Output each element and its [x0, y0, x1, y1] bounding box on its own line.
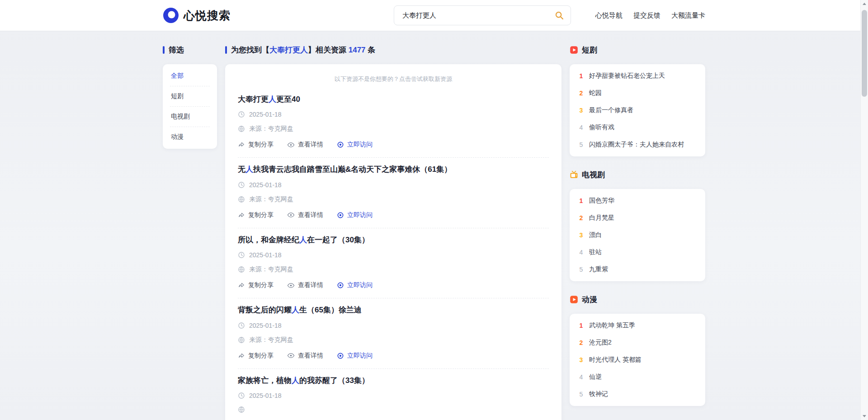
- visit-icon: [337, 212, 344, 219]
- filter-card: 全部 短剧 电视剧 动漫: [163, 64, 217, 149]
- rank-label: 驻站: [589, 248, 602, 256]
- filter-title: 筛选: [169, 45, 184, 55]
- result-source-row: 来源：夸克网盘: [238, 265, 549, 274]
- copy-share-button[interactable]: 复制分享: [238, 352, 274, 360]
- globe-icon: [238, 196, 245, 203]
- result-title[interactable]: 背叛之后的闪耀人生（65集）徐兰迪: [238, 306, 549, 315]
- view-detail-button[interactable]: 查看详情: [287, 281, 323, 289]
- refresh-notice[interactable]: 以下资源不是你想要的？点击尝试获取新资源: [238, 75, 549, 83]
- eye-icon: [287, 352, 295, 359]
- rank-number: 3: [578, 356, 585, 363]
- nav-link-feedback[interactable]: 提交反馈: [633, 11, 660, 20]
- rank-item[interactable]: 2沧元图2: [578, 334, 697, 351]
- result-actions: 复制分享 查看详情 立即访问: [238, 211, 549, 219]
- result-source-row: 来源：夸克网盘: [238, 125, 549, 133]
- rank-number: 5: [578, 141, 585, 148]
- scroll-up-arrow-icon[interactable]: [861, 0, 868, 8]
- rank-title: 短剧: [582, 45, 597, 55]
- rank-number: 1: [578, 197, 585, 204]
- rank-item[interactable]: 2白月梵星: [578, 209, 697, 227]
- rank-card-shortdrama: 1好孕甜妻被钻石老公宠上天 2蛇园 3最后一个修真者 4偷听有戏 5闪婚京圈太子…: [570, 64, 705, 156]
- filter-header: 筛选: [163, 44, 217, 55]
- rank-item[interactable]: 4仙逆: [578, 368, 697, 386]
- rank-label: 仙逆: [589, 373, 602, 381]
- rank-number: 5: [578, 391, 585, 398]
- search-input[interactable]: [401, 11, 552, 20]
- filter-item-all[interactable]: 全部: [170, 66, 210, 86]
- eye-icon: [287, 141, 295, 149]
- visit-icon: [337, 282, 344, 289]
- page-scrollbar[interactable]: [860, 0, 868, 420]
- result-title[interactable]: 无人扶我青云志我自踏雪至山巅&名动天下之家事难休（61集）: [238, 165, 549, 174]
- result-actions: 复制分享 查看详情 立即访问: [238, 352, 549, 360]
- nav-link-navigation[interactable]: 心悦导航: [595, 11, 623, 20]
- globe-icon: [238, 336, 245, 344]
- accent-bar: [225, 46, 227, 54]
- rank-number: 2: [578, 214, 585, 222]
- clock-icon: [238, 181, 245, 189]
- filter-item-shortdrama[interactable]: 短剧: [170, 86, 210, 107]
- search-button[interactable]: [552, 9, 567, 22]
- share-icon: [238, 352, 245, 359]
- rank-label: 九重紫: [589, 265, 608, 274]
- result-title[interactable]: 大奉打更人更至40: [238, 95, 549, 104]
- rank-item[interactable]: 1国色芳华: [578, 192, 697, 209]
- keyword-highlight: 人: [269, 95, 276, 104]
- result-item: 无人扶我青云志我自踏雪至山巅&名动天下之家事难休（61集） 2025-01-18…: [238, 158, 549, 228]
- brand-logo-icon: [163, 7, 179, 24]
- rank-section-anime: 动漫 1武动乾坤 第五季 2沧元图2 3时光代理人 英都篇 4仙逆 5牧神记: [570, 294, 705, 406]
- view-detail-button[interactable]: 查看详情: [287, 141, 323, 149]
- result-date-row: 2025-01-18: [238, 251, 549, 259]
- top-header: 心悦搜索 心悦导航 提交反馈 大额流量卡: [0, 0, 868, 31]
- share-icon: [238, 212, 245, 219]
- rank-header-anime: 动漫: [570, 294, 705, 305]
- visit-now-button[interactable]: 立即访问: [337, 141, 373, 149]
- rank-item[interactable]: 3时光代理人 英都篇: [578, 351, 697, 368]
- rank-item[interactable]: 1武动乾坤 第五季: [578, 317, 697, 334]
- view-detail-button[interactable]: 查看详情: [287, 211, 323, 219]
- copy-share-button[interactable]: 复制分享: [238, 141, 274, 149]
- rank-number: 2: [578, 90, 585, 97]
- rank-number: 1: [578, 322, 585, 329]
- filter-item-tvseries[interactable]: 电视剧: [170, 107, 210, 127]
- summary-text: 为您找到【大奉打更人】相关资源 1477 条: [231, 45, 375, 55]
- tv-icon: [570, 170, 578, 179]
- accent-bar: [163, 46, 165, 54]
- copy-share-button[interactable]: 复制分享: [238, 281, 274, 289]
- rank-item[interactable]: 1好孕甜妻被钻石老公宠上天: [578, 67, 697, 85]
- view-detail-button[interactable]: 查看详情: [287, 352, 323, 360]
- scrollbar-thumb[interactable]: [862, 10, 867, 97]
- rank-item[interactable]: 5九重紫: [578, 261, 697, 278]
- result-title[interactable]: 所以，和金牌经纪人在一起了（30集）: [238, 236, 549, 245]
- nav-link-data-plan[interactable]: 大额流量卡: [671, 11, 705, 20]
- visit-now-button[interactable]: 立即访问: [337, 211, 373, 219]
- clock-icon: [238, 251, 245, 259]
- results-column: 为您找到【大奉打更人】相关资源 1477 条 以下资源不是你想要的？点击尝试获取…: [225, 44, 561, 420]
- rank-item[interactable]: 5牧神记: [578, 386, 697, 403]
- scroll-down-arrow-icon[interactable]: [861, 412, 868, 420]
- brand[interactable]: 心悦搜索: [163, 7, 231, 24]
- result-date-row: 2025-01-18: [238, 111, 549, 118]
- filter-sidebar: 筛选 全部 短剧 电视剧 动漫: [163, 44, 217, 149]
- rank-number: 3: [578, 107, 585, 114]
- rank-item[interactable]: 3最后一个修真者: [578, 102, 697, 119]
- rank-item[interactable]: 2蛇园: [578, 85, 697, 102]
- rank-label: 蛇园: [589, 89, 602, 97]
- result-item: 家族将亡，植物人的我苏醒了（33集） 2025-01-18: [238, 369, 549, 420]
- rank-item[interactable]: 4偷听有戏: [578, 119, 697, 136]
- copy-share-button[interactable]: 复制分享: [238, 211, 274, 219]
- rank-item[interactable]: 4驻站: [578, 244, 697, 261]
- result-title[interactable]: 家族将亡，植物人的我苏醒了（33集）: [238, 376, 549, 385]
- rank-item[interactable]: 3漂白: [578, 227, 697, 244]
- filter-item-anime[interactable]: 动漫: [170, 127, 210, 147]
- rank-label: 最后一个修真者: [589, 106, 633, 114]
- result-item: 大奉打更人更至40 2025-01-18 来源：夸克网盘 复制分享: [238, 88, 549, 158]
- rank-header-tvseries: 电视剧: [570, 169, 705, 180]
- rank-label: 好孕甜妻被钻石老公宠上天: [589, 72, 665, 80]
- visit-now-button[interactable]: 立即访问: [337, 352, 373, 360]
- clock-icon: [238, 111, 245, 118]
- visit-now-button[interactable]: 立即访问: [337, 281, 373, 289]
- rank-title: 电视剧: [582, 170, 605, 180]
- rank-item[interactable]: 5闪婚京圈太子爷：夫人她来自农村: [578, 136, 697, 153]
- share-icon: [238, 282, 245, 289]
